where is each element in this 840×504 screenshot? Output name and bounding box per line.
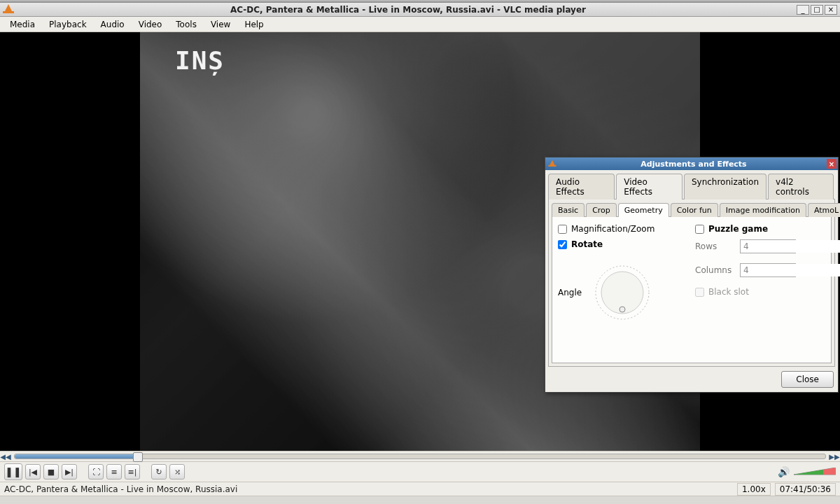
- volume-slider[interactable]: [794, 468, 836, 476]
- black-slot-label: Black slot: [708, 287, 749, 297]
- tab-geometry[interactable]: Geometry: [618, 203, 669, 217]
- columns-input[interactable]: [741, 264, 840, 276]
- menu-audio[interactable]: Audio: [95, 18, 130, 31]
- columns-spinner: ▲▼: [740, 263, 796, 277]
- pause-button[interactable]: ❚❚: [4, 463, 22, 480]
- fullscreen-button[interactable]: ⛶: [88, 464, 104, 479]
- prev-button[interactable]: |◀: [25, 464, 41, 479]
- dialog-close-button[interactable]: Close: [781, 371, 834, 388]
- geometry-panel: Magnification/Zoom Rotate Angle: [552, 216, 832, 363]
- loop-button[interactable]: ↻: [151, 464, 167, 479]
- magnification-label: Magnification/Zoom: [571, 224, 654, 234]
- bottom-strip: [0, 496, 840, 501]
- minimize-button[interactable]: _: [797, 5, 809, 15]
- shuffle-button[interactable]: ⤮: [169, 464, 185, 479]
- status-bar: AC-DC, Pantera & Metallica - Live in Mos…: [0, 482, 840, 496]
- dialog-titlebar[interactable]: Adjustments and Effects ×: [545, 158, 838, 170]
- menu-playback[interactable]: Playback: [43, 18, 92, 31]
- vlc-icon: [4, 4, 15, 15]
- svg-point-5: [620, 307, 625, 312]
- angle-dial[interactable]: [593, 263, 652, 322]
- status-time[interactable]: 07:41/50:36: [775, 483, 836, 496]
- close-window-button[interactable]: ×: [825, 5, 837, 15]
- menu-tools[interactable]: Tools: [170, 18, 202, 31]
- menu-help[interactable]: Help: [239, 18, 269, 31]
- tab-color-fun[interactable]: Color fun: [671, 203, 718, 217]
- tab-atmo[interactable]: AtmoL: [808, 203, 840, 217]
- dialog-main-tabs: Audio Effects Video Effects Synchronizat…: [545, 170, 838, 199]
- next-button[interactable]: ▶|: [62, 464, 77, 479]
- menubar: Media Playback Audio Video Tools View He…: [0, 17, 840, 32]
- svg-marker-2: [823, 468, 836, 475]
- window-title: AC-DC, Pantera & Metallica - Live in Mos…: [20, 5, 797, 15]
- stop-button[interactable]: ■: [43, 464, 59, 479]
- playlist-button[interactable]: ≡: [106, 464, 122, 479]
- dialog-close-icon[interactable]: ×: [827, 159, 836, 169]
- rows-input[interactable]: [741, 240, 840, 253]
- rows-label: Rows: [695, 241, 734, 251]
- dialog-icon: [548, 159, 558, 169]
- rows-spinner: ▲▼: [740, 239, 796, 253]
- status-filename: AC-DC, Pantera & Metallica - Live in Mos…: [4, 484, 737, 494]
- tab-image-modification[interactable]: Image modification: [720, 203, 806, 217]
- black-slot-checkbox: [695, 288, 704, 297]
- angle-label: Angle: [558, 288, 582, 298]
- controls-row: ❚❚ |◀ ■ ▶| ⛶ ≡ ≡| ↻ ⤮ 🔊: [0, 462, 840, 482]
- dialog-title: Adjustments and Effects: [561, 160, 827, 169]
- video-effects-panel: Basic Crop Geometry Color fun Image modi…: [548, 199, 835, 367]
- magnification-checkbox[interactable]: [558, 225, 567, 234]
- video-overlay-text: INȘ: [175, 46, 225, 75]
- tab-crop[interactable]: Crop: [586, 203, 617, 217]
- maximize-button[interactable]: □: [811, 5, 823, 15]
- tab-basic[interactable]: Basic: [552, 203, 584, 217]
- seek-fwd-icon[interactable]: ▶▶: [829, 451, 840, 461]
- menu-video[interactable]: Video: [133, 18, 168, 31]
- dialog-footer: Close: [545, 367, 838, 392]
- rotate-label: Rotate: [571, 239, 603, 249]
- menu-view[interactable]: View: [205, 18, 236, 31]
- puzzle-label: Puzzle game: [708, 224, 768, 234]
- seek-fill: [15, 454, 138, 458]
- puzzle-checkbox[interactable]: [695, 225, 704, 234]
- seek-slider[interactable]: [14, 454, 826, 459]
- tab-v4l2[interactable]: v4l2 controls: [768, 174, 834, 200]
- extended-settings-button[interactable]: ≡|: [125, 464, 140, 479]
- video-effects-subtabs: Basic Crop Geometry Color fun Image modi…: [552, 202, 832, 216]
- tab-video-effects[interactable]: Video Effects: [616, 174, 682, 200]
- menu-media[interactable]: Media: [4, 18, 41, 31]
- seek-thumb[interactable]: [133, 452, 143, 462]
- seek-back-icon[interactable]: ◀◀: [0, 451, 11, 461]
- mute-icon[interactable]: 🔊: [778, 466, 790, 477]
- window-titlebar: AC-DC, Pantera & Metallica - Live in Mos…: [0, 3, 840, 17]
- adjustments-effects-dialog: Adjustments and Effects × Audio Effects …: [545, 157, 839, 393]
- status-speed[interactable]: 1.00x: [737, 483, 771, 496]
- tab-synchronization[interactable]: Synchronization: [684, 174, 766, 200]
- tab-audio-effects[interactable]: Audio Effects: [548, 174, 615, 200]
- columns-label: Columns: [695, 265, 734, 275]
- rotate-checkbox[interactable]: [558, 240, 567, 249]
- seek-row: ◀◀ ▶▶: [0, 451, 840, 462]
